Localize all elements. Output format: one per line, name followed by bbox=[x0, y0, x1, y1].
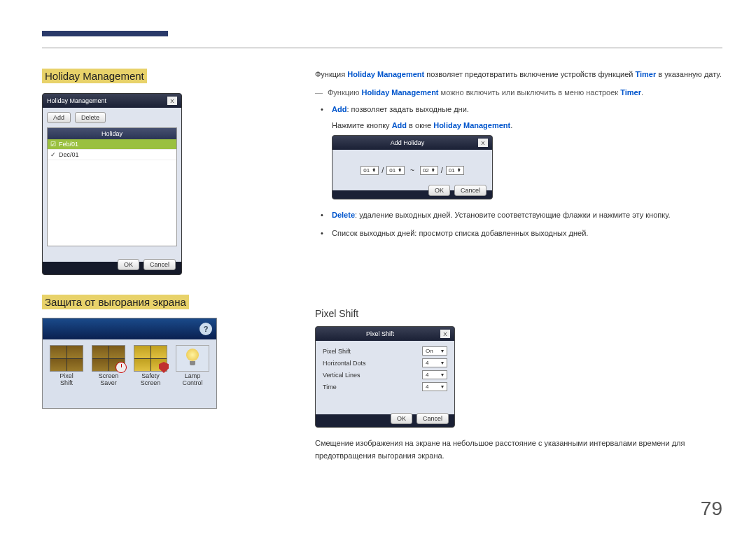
shield-icon bbox=[159, 362, 169, 373]
add-button[interactable]: Add bbox=[47, 112, 71, 123]
toolbar: ? bbox=[43, 318, 216, 339]
safety-screen-icon-button[interactable]: Safety Screen bbox=[131, 345, 170, 387]
paragraph: Функция Holiday Management позволяет пре… bbox=[315, 69, 722, 81]
dropdown[interactable]: 4▾ bbox=[422, 370, 447, 379]
day-spinner[interactable]: 01▲▼ bbox=[446, 166, 464, 175]
cancel-button[interactable]: Cancel bbox=[454, 185, 486, 196]
chevron-down-icon: ▾ bbox=[441, 384, 444, 390]
month-spinner[interactable]: 01▲▼ bbox=[360, 166, 379, 175]
bullet-list: Список выходных дней: просмотр списка до… bbox=[315, 227, 722, 240]
dropdown[interactable]: 4▾ bbox=[422, 382, 447, 391]
clock-icon bbox=[115, 362, 127, 373]
page-number: 79 bbox=[701, 498, 722, 520]
close-icon[interactable]: X bbox=[478, 139, 488, 147]
chevron-down-icon: ▾ bbox=[441, 360, 444, 366]
dialog-title: Holiday Management bbox=[47, 97, 106, 104]
sub-line: Нажмите кнопку Add в окне Holiday Manage… bbox=[315, 121, 722, 129]
heading-pixel-shift: Pixel Shift bbox=[315, 308, 722, 319]
bullet-delete: Delete: удаление выходных дней. Установи… bbox=[315, 209, 722, 222]
setting-row: Horizontal Dots4▾ bbox=[323, 357, 447, 369]
bullet-add: Add: позволяет задать выходные дни. bbox=[315, 104, 722, 116]
screenshot-add-holiday: Add Holiday X 01▲▼ / 01▲▼ ~ 02▲▼ / 01▲▼ … bbox=[332, 135, 493, 199]
dialog-body: Add Delete Holiday ☑ Feb/01 ✓ Dec/01 bbox=[43, 108, 181, 262]
screen-saver-icon-button[interactable]: Screen Saver bbox=[89, 345, 128, 387]
dialog-titlebar: Holiday Management X bbox=[43, 94, 181, 108]
heading-holiday-management: Holiday Management bbox=[42, 69, 147, 83]
paragraph-ps-desc: Смещение изображения на экране на неболь… bbox=[315, 437, 722, 462]
chevron-down-icon: ▾ bbox=[441, 372, 444, 378]
table-header: Holiday bbox=[48, 128, 176, 139]
dropdown[interactable]: On▾ bbox=[422, 346, 447, 356]
spinner-arrows-icon: ▲▼ bbox=[398, 168, 402, 173]
close-icon[interactable]: X bbox=[440, 330, 450, 338]
dropdown[interactable]: 4▾ bbox=[422, 358, 447, 367]
day-spinner[interactable]: 01▲▼ bbox=[386, 166, 405, 175]
ok-button[interactable]: OK bbox=[391, 413, 412, 424]
help-icon[interactable]: ? bbox=[200, 323, 212, 335]
icon-label: Lamp Control bbox=[173, 373, 212, 387]
setting-row: Vertical Lines4▾ bbox=[323, 369, 447, 381]
delete-button[interactable]: Delete bbox=[75, 112, 106, 123]
heading-screen-burn: Защита от выгорания экрана bbox=[42, 295, 189, 309]
chevron-down-icon: ▾ bbox=[441, 348, 444, 354]
dialog-titlebar: Add Holiday X bbox=[332, 136, 492, 150]
header-divider bbox=[42, 48, 722, 48]
icon-label: Screen Saver bbox=[89, 373, 128, 387]
ok-button[interactable]: OK bbox=[118, 259, 139, 270]
dialog-titlebar: Pixel Shift X bbox=[316, 327, 454, 341]
ok-button[interactable]: OK bbox=[428, 185, 450, 196]
holiday-date: Dec/01 bbox=[59, 151, 79, 158]
month-spinner[interactable]: 02▲▼ bbox=[420, 166, 438, 175]
setting-row: Time4▾ bbox=[323, 381, 447, 393]
pixel-shift-icon-button[interactable]: Pixel Shift bbox=[47, 345, 86, 387]
checkbox-icon[interactable]: ☑ bbox=[50, 141, 59, 148]
screenshot-burn-protection: ? Pixel Shift Screen Saver Safety Screen… bbox=[42, 318, 217, 409]
setting-row: Pixel ShiftOn▾ bbox=[323, 345, 447, 357]
spinner-arrows-icon: ▲▼ bbox=[457, 168, 461, 173]
dialog-body: Pixel ShiftOn▾ Horizontal Dots4▾ Vertica… bbox=[316, 341, 454, 414]
holiday-table: Holiday ☑ Feb/01 ✓ Dec/01 bbox=[47, 127, 177, 246]
close-icon[interactable]: X bbox=[167, 97, 177, 105]
table-row[interactable]: ✓ Dec/01 bbox=[48, 150, 176, 160]
dialog-title: Add Holiday bbox=[391, 139, 425, 146]
checkbox-icon[interactable]: ✓ bbox=[50, 151, 59, 158]
cancel-button[interactable]: Cancel bbox=[144, 259, 176, 270]
note-line: Функцию Holiday Management можно включит… bbox=[315, 88, 722, 97]
icon-label: Pixel Shift bbox=[47, 373, 86, 387]
bulb-icon bbox=[185, 349, 200, 368]
holiday-date: Feb/01 bbox=[59, 141, 78, 148]
grid-image-icon bbox=[50, 346, 83, 371]
left-column: Holiday Management Holiday Management X … bbox=[42, 69, 231, 409]
right-column: Функция Holiday Management позволяет пре… bbox=[315, 69, 722, 470]
spinner-arrows-icon: ▲▼ bbox=[431, 168, 435, 173]
icon-label: Safety Screen bbox=[131, 373, 170, 387]
dialog-title: Pixel Shift bbox=[366, 330, 394, 337]
screenshot-holiday-management: Holiday Management X Add Delete Holiday … bbox=[42, 93, 182, 275]
spinner-arrows-icon: ▲▼ bbox=[372, 168, 376, 173]
header-accent-bar bbox=[42, 31, 168, 36]
cancel-button[interactable]: Cancel bbox=[416, 413, 449, 424]
table-row[interactable]: ☑ Feb/01 bbox=[48, 139, 176, 150]
screenshot-pixel-shift: Pixel Shift X Pixel ShiftOn▾ Horizontal … bbox=[315, 326, 455, 428]
lamp-control-icon-button[interactable]: Lamp Control bbox=[173, 345, 212, 387]
